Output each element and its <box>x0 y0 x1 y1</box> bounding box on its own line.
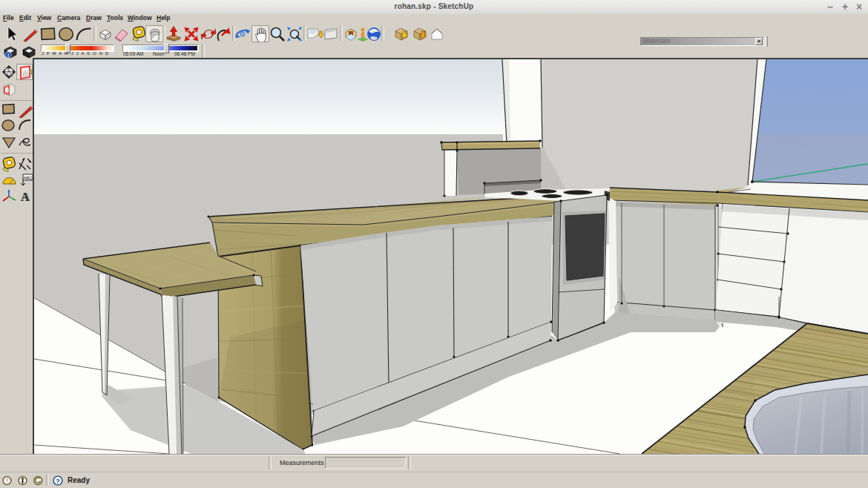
svg-text:ABC: ABC <box>23 176 33 180</box>
svg-text:A: A <box>21 191 30 203</box>
svg-text:?: ? <box>56 478 60 485</box>
svg-text:i: i <box>7 53 9 58</box>
svg-text:N-S: N-S <box>5 73 13 77</box>
svg-text:C: C <box>7 67 10 72</box>
